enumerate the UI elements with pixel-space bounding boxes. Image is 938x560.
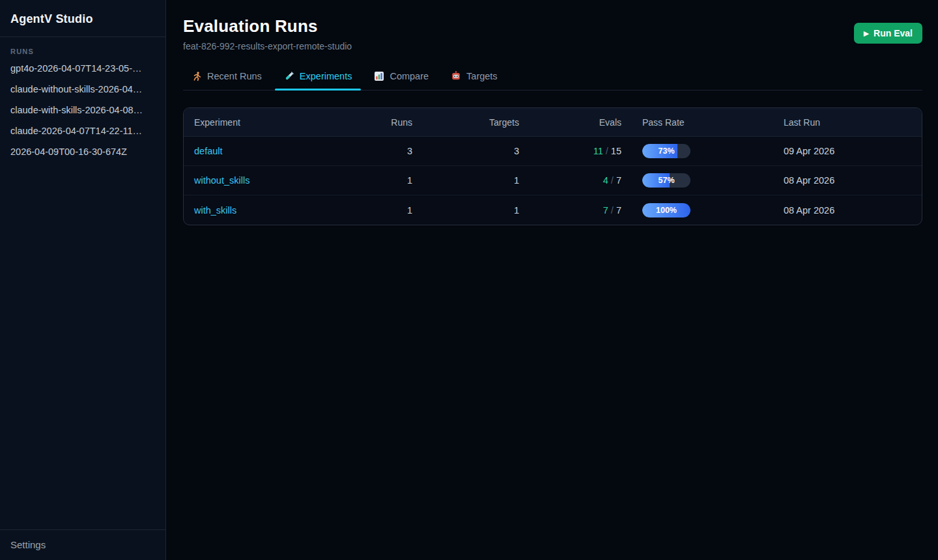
table-row: without_skills 1 1 4 / 7 57% 08 Apr 2026 <box>184 166 922 195</box>
runs-list: gpt4o-2026-04-07T14-23-05-… claude-witho… <box>0 58 165 162</box>
pass-rate-pill: 73% <box>642 144 690 158</box>
run-eval-label: Run Eval <box>874 28 913 38</box>
pass-rate-pill: 100% <box>642 203 690 217</box>
tab-label: Experiments <box>300 71 352 81</box>
tab-recent-runs[interactable]: Recent Runs <box>183 65 271 90</box>
app-title: AgentV Studio <box>0 0 165 37</box>
settings-link[interactable]: Settings <box>10 539 46 550</box>
col-pass-rate: Pass Rate <box>632 117 773 128</box>
sidebar-footer: Settings <box>0 529 165 560</box>
evals-passed: 4 <box>603 175 608 186</box>
pass-rate-label: 57% <box>642 173 690 188</box>
evals-passed: 7 <box>603 205 608 216</box>
evals-total: 15 <box>611 146 621 156</box>
runs-count: 1 <box>379 175 423 186</box>
tab-compare[interactable]: Compare <box>365 65 438 90</box>
sidebar-item-run[interactable]: claude-2026-04-07T14-22-11… <box>0 120 165 141</box>
sidebar: AgentV Studio RUNS gpt4o-2026-04-07T14-2… <box>0 0 166 560</box>
col-runs: Runs <box>379 117 423 128</box>
pass-rate-label: 73% <box>642 144 690 158</box>
targets-count: 3 <box>423 146 530 156</box>
page-title: Evaluation Runs <box>183 16 922 36</box>
evals-cell: 11 / 15 <box>530 146 632 156</box>
runner-icon <box>192 71 202 81</box>
col-targets: Targets <box>423 117 530 128</box>
runs-count: 1 <box>379 205 423 216</box>
pass-rate-label: 100% <box>642 203 690 217</box>
sidebar-item-run[interactable]: claude-without-skills-2026-04… <box>0 79 165 100</box>
evals-cell: 7 / 7 <box>530 205 632 216</box>
table-header: Experiment Runs Targets Evals Pass Rate … <box>184 108 922 137</box>
experiment-link[interactable]: default <box>194 146 223 156</box>
col-last-run: Last Run <box>773 117 922 128</box>
sidebar-item-run[interactable]: 2026-04-09T00-16-30-674Z <box>0 141 165 162</box>
main-content: Evaluation Runs feat-826-992-results-exp… <box>166 0 938 560</box>
experiment-link[interactable]: without_skills <box>194 175 249 186</box>
play-icon: ▶ <box>864 30 869 37</box>
evals-total: 7 <box>616 205 621 216</box>
tab-targets[interactable]: Targets <box>442 65 507 90</box>
runs-section-label: RUNS <box>0 37 165 58</box>
table-row: default 3 3 11 / 15 73% 09 Apr 2026 <box>184 137 922 166</box>
experiment-link[interactable]: with_skills <box>194 205 236 216</box>
sidebar-item-run[interactable]: gpt4o-2026-04-07T14-23-05-… <box>0 58 165 79</box>
table-row: with_skills 1 1 7 / 7 100% 08 Apr 2026 <box>184 195 922 225</box>
sidebar-item-run[interactable]: claude-with-skills-2026-04-08… <box>0 100 165 120</box>
col-evals: Evals <box>530 117 632 128</box>
targets-count: 1 <box>423 205 530 216</box>
evals-cell: 4 / 7 <box>530 175 632 186</box>
tab-experiments[interactable]: Experiments <box>275 65 362 90</box>
targets-count: 1 <box>423 175 530 186</box>
bar-chart-icon <box>374 71 384 81</box>
last-run-date: 08 Apr 2026 <box>773 175 922 186</box>
last-run-date: 09 Apr 2026 <box>773 146 922 156</box>
tab-label: Recent Runs <box>207 71 262 81</box>
robot-icon <box>451 71 461 81</box>
run-eval-button[interactable]: ▶ Run Eval <box>854 23 922 44</box>
col-experiment: Experiment <box>184 117 379 128</box>
tab-label: Compare <box>390 71 429 81</box>
test-tube-icon <box>284 71 294 81</box>
evals-passed: 11 <box>593 146 603 156</box>
branch-subtitle: feat-826-992-results-export-remote-studi… <box>183 41 922 51</box>
evals-total: 7 <box>616 175 621 186</box>
tab-label: Targets <box>466 71 498 81</box>
last-run-date: 08 Apr 2026 <box>773 205 922 216</box>
experiments-table: Experiment Runs Targets Evals Pass Rate … <box>183 107 922 225</box>
runs-count: 3 <box>379 146 423 156</box>
tab-bar: Recent Runs Experiments <box>183 65 922 91</box>
pass-rate-pill: 57% <box>642 173 690 188</box>
